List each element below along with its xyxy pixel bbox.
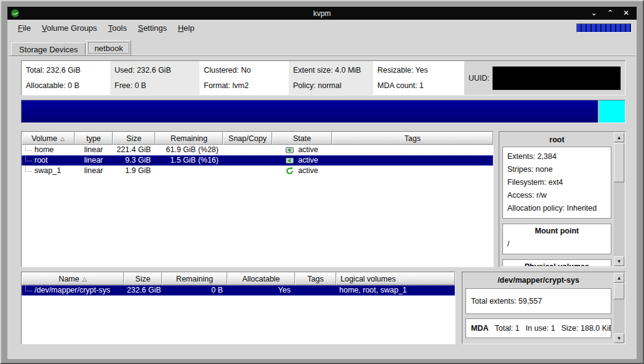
col-header-size[interactable]: Size <box>113 132 155 145</box>
vg-free: Free: 0 B <box>115 81 195 90</box>
col-header-size-label: Size <box>135 275 150 283</box>
lv-row-home[interactable]: home linear 221.4 GiB 61.9 GiB (%28) act… <box>22 145 493 155</box>
lv-type-cell: linear <box>74 155 113 166</box>
swap-active-icon <box>286 167 294 175</box>
col-header-allocatable[interactable]: Allocatable <box>227 272 295 285</box>
col-header-allocatable-label: Allocatable <box>242 275 280 283</box>
lv-size-cell: 9.3 GiB <box>113 155 155 166</box>
col-header-size[interactable]: Size <box>124 272 162 285</box>
minimize-button[interactable]: ⌄ <box>591 7 597 20</box>
physical-volumes-header: Physical volumes <box>502 259 611 266</box>
col-header-tags[interactable]: Tags <box>332 132 493 145</box>
col-header-name[interactable]: Name △ <box>22 272 124 285</box>
menu-volume-groups[interactable]: Volume Groups <box>36 21 103 35</box>
pv-total-extents: Total extents: 59,557 <box>471 297 542 305</box>
pv-total-extents-box: Total extents: 59,557 <box>465 288 611 314</box>
pv-details-scrollbar[interactable]: ▲ ▼ <box>614 273 624 343</box>
tab-netbook[interactable]: netbook <box>86 40 131 55</box>
lv-name: root <box>34 155 48 166</box>
col-header-remaining[interactable]: Remaining <box>155 132 223 145</box>
pv-size-cell: 232.6 GiB <box>124 285 162 296</box>
titlebar[interactable]: kvpm ⌄ ⌃ ✕ <box>7 7 637 20</box>
col-header-state[interactable]: State <box>272 132 332 145</box>
vg-info-uuid: UUID: <box>464 61 625 95</box>
vg-info-flags: Resizable: Yes MDA count: 1 <box>373 61 464 95</box>
vg-allocatable: Allocatable: 0 B <box>26 81 106 90</box>
menu-tools[interactable]: Tools <box>103 21 132 35</box>
lv-type-cell: linear <box>74 166 113 176</box>
lv-properties-box: Extents: 2,384 Stripes: none Filesystem:… <box>502 147 611 219</box>
lv-row-root[interactable]: root linear 9.3 GiB 1.5 GiB (%16) active <box>22 155 493 166</box>
window-title: kvpm <box>7 9 637 18</box>
lv-stripes: Stripes: none <box>507 163 606 176</box>
col-header-remaining-label: Remaining <box>176 275 213 283</box>
tree-branch-icon <box>25 156 32 161</box>
lv-remaining-cell: 61.9 GiB (%28) <box>155 145 223 155</box>
lv-details-scrollbar[interactable]: ▲ ▼ <box>614 132 624 266</box>
lv-state-cell: active <box>272 145 332 155</box>
vg-info-panel: Total: 232.6 GiB Allocatable: 0 B Used: … <box>21 60 626 95</box>
volume-mounted-icon <box>286 146 294 154</box>
scroll-thumb[interactable] <box>614 283 624 299</box>
lv-state-cell: active <box>272 155 332 166</box>
lv-name: swap_1 <box>34 166 61 176</box>
pv-table-header: Name △ Size Remaining Allocatable Tags L… <box>22 272 455 285</box>
scroll-down-button[interactable]: ▼ <box>614 333 624 343</box>
logical-volumes-table: Volume △ type Size Remaining Snap/Copy S… <box>21 131 494 267</box>
scroll-thumb[interactable] <box>614 143 624 182</box>
col-header-remaining[interactable]: Remaining <box>162 272 227 285</box>
close-button[interactable]: ✕ <box>623 7 629 20</box>
mda-total: Total: 1 <box>494 324 519 333</box>
uuid-label: UUID: <box>469 74 489 83</box>
window-frame: kvpm ⌄ ⌃ ✕ File Volume Groups Tools Sett… <box>0 0 644 364</box>
vg-used: Used: 232.6 GiB <box>115 66 195 75</box>
lv-extents: Extents: 2,384 <box>507 150 606 163</box>
mda-size: Size: 188.0 KiB <box>561 324 611 333</box>
vg-format: Format: lvm2 <box>204 81 284 90</box>
pv-logical-volumes-cell: home, root, swap_1 <box>336 285 455 296</box>
col-header-type-label: type <box>86 134 101 143</box>
maximize-button[interactable]: ⌃ <box>607 7 613 20</box>
pv-details-panel: /dev/mapper/crypt-sys Total extents: 59,… <box>462 272 626 344</box>
pv-remaining-cell: 0 B <box>162 285 227 296</box>
lv-state-text: active <box>298 145 318 155</box>
col-header-logical-volumes[interactable]: Logical volumes <box>336 272 455 285</box>
app-icon[interactable] <box>10 9 20 18</box>
pv-name: /dev/mapper/crypt-sys <box>34 285 110 296</box>
lv-row-swap-1[interactable]: swap_1 linear 1.9 GiB active <box>22 166 493 176</box>
sort-asc-icon: △ <box>83 276 87 282</box>
lv-table-header: Volume △ type Size Remaining Snap/Copy S… <box>22 132 493 145</box>
sort-asc-icon: △ <box>60 135 65 142</box>
col-header-snap-copy[interactable]: Snap/Copy <box>223 132 272 145</box>
scroll-up-button[interactable]: ▲ <box>614 273 624 283</box>
scroll-down-button[interactable]: ▼ <box>614 256 624 266</box>
usage-segment-free[interactable] <box>598 100 625 123</box>
lv-details-content: root Extents: 2,384 Stripes: none Filesy… <box>500 132 614 266</box>
pv-row-crypt-sys[interactable]: /dev/mapper/crypt-sys 232.6 GiB 0 B Yes … <box>22 285 455 296</box>
lv-filesystem: Filesystem: ext4 <box>507 176 606 189</box>
menu-file[interactable]: File <box>12 21 36 35</box>
lv-details-panel: root Extents: 2,384 Stripes: none Filesy… <box>499 131 626 267</box>
tab-storage-devices[interactable]: Storage Devices <box>11 42 86 55</box>
lv-volume-cell: root <box>22 155 74 166</box>
lv-volume-cell: swap_1 <box>22 166 74 176</box>
lv-state-cell: active <box>272 166 332 176</box>
tree-branch-icon <box>25 145 32 151</box>
col-header-type[interactable]: type <box>74 132 113 145</box>
volume-mounted-icon <box>286 156 294 164</box>
col-header-volume[interactable]: Volume △ <box>22 132 74 145</box>
menubar: File Volume Groups Tools Settings Help <box>7 20 637 36</box>
pv-details-title: /dev/mapper/crypt-sys <box>465 274 611 287</box>
menu-help[interactable]: Help <box>172 21 200 35</box>
vg-info-usage: Used: 232.6 GiB Free: 0 B <box>110 61 199 95</box>
pv-name-cell: /dev/mapper/crypt-sys <box>22 285 124 296</box>
lv-size-cell: 1.9 GiB <box>113 166 155 176</box>
menu-settings[interactable]: Settings <box>132 21 172 35</box>
scroll-up-button[interactable]: ▲ <box>614 132 624 142</box>
vg-resizable: Resizable: Yes <box>377 66 460 75</box>
usage-segment-allocated[interactable] <box>22 100 598 123</box>
col-header-tags-label: Tags <box>307 275 323 283</box>
vg-info-type: Clustered: No Format: lvm2 <box>199 61 289 95</box>
pv-allocatable-cell: Yes <box>227 285 295 296</box>
col-header-tags[interactable]: Tags <box>295 272 336 285</box>
